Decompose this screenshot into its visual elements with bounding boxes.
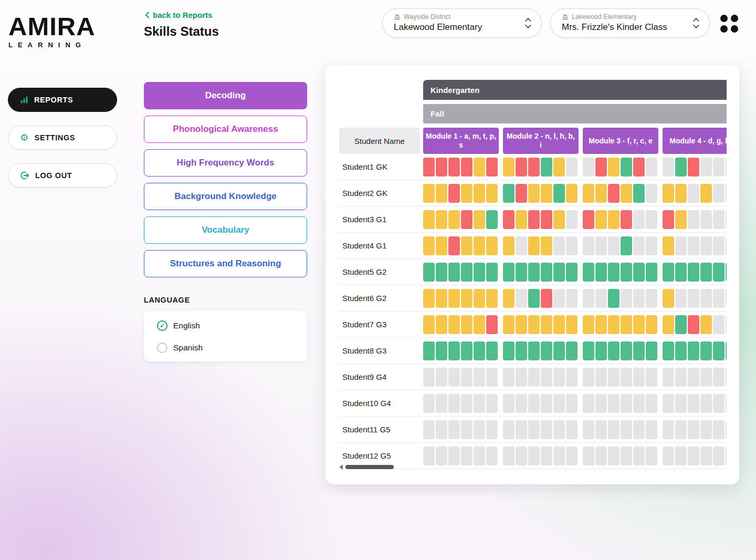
skill-status-cell[interactable] [461,158,472,177]
skill-status-cell[interactable] [503,236,514,255]
skill-status-cell[interactable] [595,341,607,360]
skill-status-cell[interactable] [528,315,540,334]
skill-status-cell[interactable] [436,210,447,229]
skill-status-cell[interactable] [646,394,657,413]
skill-status-cell[interactable] [503,158,514,177]
skill-status-cell[interactable] [553,236,565,255]
skill-status-cell[interactable] [553,315,565,334]
skill-status-cell[interactable] [621,236,632,255]
skill-status-cell[interactable] [503,315,514,334]
skill-status-cell[interactable] [474,184,485,203]
skill-status-cell[interactable] [528,289,540,308]
skill-status-cell[interactable] [646,210,657,229]
skill-status-cell[interactable] [621,315,632,334]
skill-status-cell[interactable] [436,420,447,439]
skill-status-cell[interactable] [713,236,724,255]
language-option-english[interactable]: English [144,315,307,337]
skill-status-cell[interactable] [608,394,620,413]
skill-status-cell[interactable] [595,158,607,177]
skill-status-cell[interactable] [726,447,727,465]
skill-status-cell[interactable] [688,236,699,255]
skill-status-cell[interactable] [608,236,620,255]
skill-status-cell[interactable] [461,263,472,282]
skill-status-cell[interactable] [503,184,514,203]
skill-status-cell[interactable] [675,341,687,360]
skill-status-cell[interactable] [583,158,594,177]
skill-status-cell[interactable] [713,289,724,308]
skill-status-cell[interactable] [553,289,565,308]
skill-status-cell[interactable] [528,420,540,439]
skill-status-cell[interactable] [621,420,632,439]
skill-status-cell[interactable] [663,263,674,282]
radio-checked-icon[interactable] [157,320,167,331]
radio-unchecked-icon[interactable] [157,343,167,353]
skill-status-cell[interactable] [583,315,594,334]
skill-status-cell[interactable] [700,158,712,177]
skill-status-cell[interactable] [553,447,565,465]
skill-status-cell[interactable] [541,447,552,465]
skill-status-cell[interactable] [541,263,552,282]
skill-status-cell[interactable] [663,447,674,465]
skill-status-cell[interactable] [633,447,645,465]
skill-status-cell[interactable] [461,341,472,360]
skill-status-cell[interactable] [461,368,472,387]
skill-status-cell[interactable] [503,368,514,387]
skill-status-cell[interactable] [516,158,527,177]
skill-status-cell[interactable] [474,420,485,439]
skill-status-cell[interactable] [486,289,498,308]
skill-status-cell[interactable] [423,236,435,255]
scrollbar-thumb[interactable] [345,465,394,469]
skill-status-cell[interactable] [621,394,632,413]
skill-status-cell[interactable] [541,289,552,308]
skill-status-cell[interactable] [461,210,472,229]
skill-status-cell[interactable] [448,447,460,465]
skill-status-cell[interactable] [621,368,632,387]
skill-status-cell[interactable] [663,184,674,203]
skill-status-cell[interactable] [663,368,674,387]
skill-status-cell[interactable] [448,420,460,439]
skill-status-cell[interactable] [503,210,514,229]
skill-status-cell[interactable] [553,210,565,229]
skill-status-cell[interactable] [528,368,540,387]
skill-status-cell[interactable] [503,289,514,308]
skill-status-cell[interactable] [663,158,674,177]
skill-status-cell[interactable] [646,158,657,177]
skill-filter-background-knowledge[interactable]: Background Knowledge [144,183,307,210]
skill-status-cell[interactable] [608,447,620,465]
skill-status-cell[interactable] [608,420,620,439]
skill-status-cell[interactable] [541,420,552,439]
skill-status-cell[interactable] [474,341,485,360]
skill-status-cell[interactable] [553,341,565,360]
skill-status-cell[interactable] [541,394,552,413]
skill-status-cell[interactable] [486,420,498,439]
skill-status-cell[interactable] [566,394,578,413]
skill-status-cell[interactable] [713,368,724,387]
skill-status-cell[interactable] [436,236,447,255]
skill-status-cell[interactable] [583,394,594,413]
skill-status-cell[interactable] [486,341,498,360]
skill-status-cell[interactable] [595,394,607,413]
skill-status-cell[interactable] [688,184,699,203]
skill-status-cell[interactable] [633,315,645,334]
skill-status-cell[interactable] [566,420,578,439]
skill-status-cell[interactable] [675,447,687,465]
sidebar-item-settings[interactable]: ⚙ SETTINGS [8,126,117,150]
skill-status-cell[interactable] [688,447,699,465]
skill-status-cell[interactable] [663,420,674,439]
skill-status-cell[interactable] [448,289,460,308]
skill-status-cell[interactable] [423,158,435,177]
skill-status-cell[interactable] [528,394,540,413]
skill-status-cell[interactable] [541,236,552,255]
sidebar-item-logout[interactable]: LOG OUT [8,163,117,188]
skill-status-cell[interactable] [436,341,447,360]
skill-status-cell[interactable] [726,184,727,203]
skill-status-cell[interactable] [713,210,724,229]
skill-status-cell[interactable] [688,210,699,229]
skill-status-cell[interactable] [621,158,632,177]
skill-status-cell[interactable] [608,158,620,177]
skill-status-cell[interactable] [700,236,712,255]
skill-status-cell[interactable] [436,158,447,177]
skill-status-cell[interactable] [528,341,540,360]
skill-status-cell[interactable] [553,420,565,439]
skill-status-cell[interactable] [448,315,460,334]
